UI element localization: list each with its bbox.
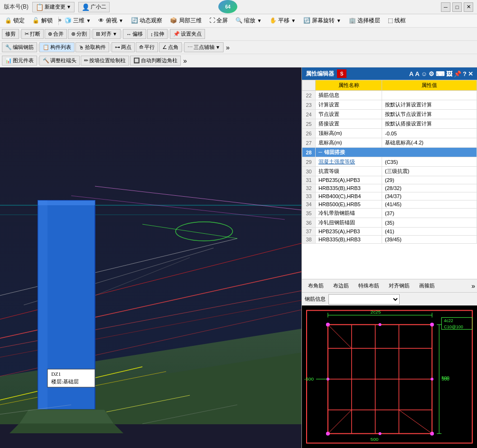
draw-by-pos-btn[interactable]: ✏按墙位置绘制柱	[81, 56, 129, 66]
prop-value: (35)	[382, 218, 477, 228]
cad-svg: -500 500 2c25 500 4c22 C10@100 500	[302, 305, 477, 448]
prop-name: 插筋信息	[316, 91, 382, 100]
row-num: 29	[302, 157, 316, 167]
set-clamp-btn[interactable]: 📌设置夹点	[170, 29, 205, 39]
local3d-icon: 📦	[170, 17, 177, 24]
smiley-icon[interactable]: ☺	[421, 70, 427, 77]
unlock-icon: 🔓	[32, 17, 39, 24]
tab-corner-steel[interactable]: 布角筋	[304, 280, 328, 291]
font-style-icon[interactable]: A	[415, 70, 419, 77]
svg-text:2c25: 2c25	[371, 309, 381, 315]
figure-list-btn[interactable]: 📊图元件表	[2, 56, 37, 66]
pick-component-btn[interactable]: 🖱拾取构件	[75, 42, 109, 52]
point-angle-btn[interactable]: ∠点角	[159, 42, 182, 52]
three-point-btn[interactable]: ⋯三点辅轴▼	[184, 42, 224, 52]
prop-editor-title: 属性编辑器	[306, 70, 334, 78]
align-btn[interactable]: ⊞对齐▼	[93, 29, 121, 39]
stretch-btn[interactable]: ↕拉伸	[147, 29, 168, 39]
menu-unlock[interactable]: 🔓 解锁	[29, 16, 55, 26]
two-point-btn[interactable]: ⊶两点	[112, 42, 135, 52]
menu-dynamic-obs[interactable]: 🔄 动态观察	[128, 16, 165, 26]
row-num: 38	[302, 236, 316, 244]
adjust-col-head-btn[interactable]: 🔨调整柱端头	[39, 56, 80, 66]
auto-judge-btn[interactable]: 🔲自动判断边角柱	[130, 56, 181, 66]
offset-btn[interactable]: ↔偏移	[123, 29, 146, 39]
tab-align-steel[interactable]: 对齐钢筋	[384, 280, 414, 291]
prop-header-icons: A A ☺ ⚙ ⌨ 🖼 📌 ? ✕	[409, 70, 473, 77]
new-change-btn[interactable]: 📋 新建变更 ▼	[32, 2, 75, 12]
tab-stirrup[interactable]: 画箍筋	[415, 280, 439, 291]
prop-name: HRB400(C),HRB4	[316, 192, 382, 200]
prop-value: 按默认搭接设置计算	[382, 119, 477, 129]
svg-point-42	[430, 432, 434, 436]
edit-steel-btn[interactable]: 🔧编辑钢筋	[2, 42, 37, 52]
svg-text:4c22: 4c22	[444, 318, 453, 323]
menu-view[interactable]: 👁 俯视 ▼	[95, 16, 126, 26]
break-btn[interactable]: ✂打断	[21, 29, 44, 39]
sep6	[110, 44, 111, 51]
question-icon[interactable]: ?	[463, 70, 467, 77]
row-num: 36	[302, 218, 316, 228]
component-list-btn[interactable]: 📋构件列表	[39, 42, 75, 52]
prop-name: 计算设置	[316, 100, 382, 110]
menu-lock[interactable]: 🔒 锁定	[2, 16, 28, 26]
close-prop-icon[interactable]: ✕	[468, 70, 473, 77]
sep4	[168, 30, 169, 38]
prop-name[interactable]: 混凝土强度等级	[316, 157, 382, 167]
gear-icon[interactable]: ⚙	[429, 70, 434, 77]
tabs-expand[interactable]: »	[471, 282, 475, 290]
lock-icon: 🔒	[5, 17, 12, 24]
clamp-icon: 📌	[173, 31, 180, 37]
font-a-icon[interactable]: A	[409, 70, 413, 77]
svg-marker-23	[19, 410, 114, 424]
row-num: 37	[302, 228, 316, 236]
row-num: 25	[302, 119, 316, 129]
prop-editor-header: 属性编辑器 S A A ☺ ⚙ ⌨ 🖼 📌 ? ✕	[302, 67, 477, 80]
row-num: 33	[302, 192, 316, 200]
version-label[interactable]: 版本号(B)	[4, 3, 28, 11]
svg-rect-22	[38, 200, 95, 205]
merge-btn[interactable]: ⊕合并	[45, 29, 67, 39]
menu-zoom[interactable]: 🔍 缩放 ▼	[233, 16, 265, 26]
menu-fullscreen[interactable]: ⛶ 全屏	[206, 16, 231, 26]
svg-point-40	[430, 323, 434, 326]
pin-icon[interactable]: 📌	[454, 70, 461, 77]
menu-3d[interactable]: 🧊 三维 ▼	[62, 16, 94, 26]
table-row: 36 冷轧扭钢筋锚固 (35)	[302, 218, 477, 228]
close-btn[interactable]: ✕	[464, 2, 473, 12]
keyboard-icon[interactable]: ⌨	[436, 70, 445, 77]
align-icon: ⊞	[96, 31, 100, 37]
window-controls: ─ □ ✕	[441, 2, 473, 12]
parallel-btn[interactable]: ⟰平行	[136, 42, 158, 52]
logo-area: 64	[218, 0, 237, 13]
floor-icon: 🏢	[349, 17, 356, 24]
toolbar3-expand[interactable]: »	[224, 44, 231, 51]
figurelist-icon: 📊	[5, 57, 12, 64]
steel-info-dropdown[interactable]	[328, 294, 400, 305]
image-icon[interactable]: 🖼	[446, 70, 452, 77]
toolbar4-expand[interactable]: »	[182, 57, 188, 65]
table-row: 33 HRB400(C),HRB4 (34/37)	[302, 192, 477, 200]
edit-btn[interactable]: 修剪	[2, 29, 19, 39]
sep7	[183, 44, 183, 51]
svg-point-44	[379, 432, 382, 435]
menu-line[interactable]: ⬚ 线框	[385, 16, 409, 26]
row-num: 35	[302, 209, 316, 218]
prop-value: (41)	[382, 228, 477, 236]
menu-pan[interactable]: ✋ 平移 ▼	[267, 16, 299, 26]
tab-special-steel[interactable]: 特殊布筋	[354, 280, 383, 291]
restore-btn[interactable]: □	[452, 2, 462, 12]
cad-viewport[interactable]: -500 500 2c25 500 4c22 C10@100 500	[302, 305, 477, 448]
table-row: 27 底标高(m) 基础底标高(-4.2)	[302, 138, 477, 148]
minimize-btn[interactable]: ─	[441, 2, 450, 12]
viewport-3d[interactable]: DZ1 楼层:基础层	[0, 67, 301, 448]
menu-local-3d[interactable]: 📦 局部三维	[167, 16, 204, 26]
col-num-header	[302, 80, 316, 91]
split-btn[interactable]: ⊗分割	[68, 29, 90, 39]
user-name-btn[interactable]: 👤 广小二	[78, 2, 110, 12]
menu-screen-rotate[interactable]: 🔃 屏幕旋转 ▼	[300, 16, 344, 26]
title-bar-left: 版本号(B) 📋 新建变更 ▼ 👤 广小二 64	[4, 2, 110, 12]
tab-edge-steel[interactable]: 布边筋	[329, 280, 353, 291]
svg-text:500: 500	[371, 437, 379, 442]
menu-select-floor[interactable]: 🏢 选择楼层	[346, 16, 383, 26]
